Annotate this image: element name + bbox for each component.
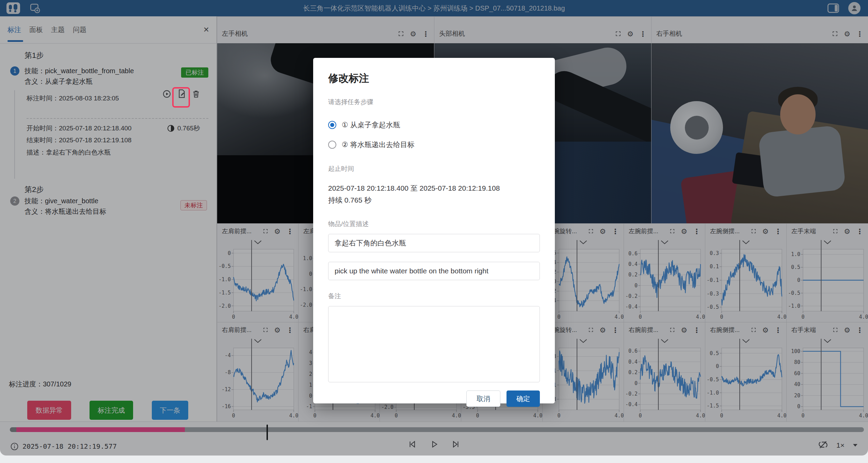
fullscreen-icon[interactable] — [751, 327, 756, 333]
playback-speed[interactable]: 1× — [836, 441, 845, 449]
kebab-menu-icon[interactable]: ⋮ — [422, 30, 429, 37]
gear-icon[interactable]: ⚙ — [410, 30, 416, 37]
task-step-option-1[interactable]: ① 从桌子拿起水瓶 — [328, 120, 540, 130]
chart-plot[interactable]: 0.50-0.5-1.0-1.504.0 — [705, 337, 786, 421]
gear-icon[interactable]: ⚙ — [599, 326, 606, 334]
chart-plot[interactable]: 0.60.40.20-0.2-0.404.0 — [624, 239, 705, 322]
chevron-down-icon[interactable] — [824, 339, 831, 342]
timeline-track[interactable] — [10, 427, 864, 432]
task-step-option-2[interactable]: ② 将水瓶递出去给目标 — [328, 140, 540, 149]
kebab-menu-icon[interactable]: ⋮ — [286, 326, 293, 334]
fullscreen-icon[interactable] — [751, 228, 756, 234]
camera-panel-2: 右手相机⚙⋮ — [651, 16, 868, 223]
y-tick-label: 0.3 — [710, 250, 719, 256]
gear-icon[interactable]: ⚙ — [681, 326, 687, 334]
gear-icon[interactable]: ⚙ — [681, 228, 687, 235]
chart-plot[interactable]: 1.00.50-0.5-1.004.0 — [787, 239, 868, 322]
tab-annotation[interactable]: 标注 — [7, 16, 21, 43]
speed-dropdown-caret-icon[interactable] — [853, 442, 858, 448]
layout-toggle-icon[interactable] — [827, 3, 839, 13]
fullscreen-icon[interactable] — [833, 228, 838, 234]
chevron-down-icon[interactable] — [580, 241, 587, 244]
kebab-menu-icon[interactable]: ⋮ — [693, 228, 700, 235]
chevron-down-icon[interactable] — [743, 339, 750, 342]
kebab-menu-icon[interactable]: ⋮ — [639, 30, 646, 37]
step2-skill-value: give_water_bottle — [45, 197, 98, 205]
annotation-complete-button[interactable]: 标注完成 — [90, 401, 133, 420]
chevron-down-icon[interactable] — [661, 339, 668, 342]
delete-annotation-icon[interactable] — [191, 89, 201, 99]
close-sidebar-icon[interactable]: × — [204, 25, 209, 35]
fullscreen-icon[interactable] — [670, 327, 675, 333]
kebab-menu-icon[interactable]: ⋮ — [774, 326, 782, 334]
chevron-down-icon[interactable] — [824, 241, 831, 244]
confirm-button[interactable]: 确定 — [507, 390, 540, 407]
chevron-down-icon[interactable] — [661, 241, 668, 244]
app-logo-icon[interactable] — [6, 2, 20, 14]
cancel-button[interactable]: 取消 — [466, 390, 500, 407]
data-abnormal-button[interactable]: 数据异常 — [27, 401, 71, 420]
next-item-button[interactable]: 下一条 — [152, 401, 188, 420]
y-tick-label: 3 — [309, 360, 312, 366]
replay-segment-icon[interactable] — [162, 89, 172, 99]
kebab-menu-icon[interactable]: ⋮ — [612, 228, 619, 235]
fullscreen-icon[interactable] — [833, 327, 838, 333]
step1-duration: 0.765秒 — [177, 123, 200, 133]
kebab-menu-icon[interactable]: ⋮ — [612, 326, 619, 334]
step1-desc-value: 拿起右下角的白色水瓶 — [46, 149, 111, 156]
kebab-menu-icon[interactable]: ⋮ — [856, 228, 863, 235]
seek-forward-button[interactable] — [451, 440, 461, 450]
action-highlight-box — [172, 87, 190, 108]
chevron-down-icon[interactable] — [255, 241, 261, 244]
gear-icon[interactable]: ⚙ — [844, 326, 850, 334]
gear-icon[interactable]: ⚙ — [844, 30, 850, 37]
fullscreen-icon[interactable] — [263, 228, 268, 234]
note-textarea[interactable] — [328, 306, 540, 382]
gear-icon[interactable]: ⚙ — [762, 228, 769, 235]
desc-cn-input[interactable] — [328, 234, 540, 252]
fullscreen-icon[interactable] — [615, 31, 621, 37]
kebab-menu-icon[interactable]: ⋮ — [693, 326, 700, 334]
x-tick-label: 0 — [720, 413, 723, 419]
chart-plot[interactable]: 0.30.1-0.1-0.3-0.504.0 — [705, 239, 786, 322]
tab-panels[interactable]: 面板 — [29, 16, 43, 43]
fullscreen-icon[interactable] — [832, 31, 838, 37]
kebab-menu-icon[interactable]: ⋮ — [774, 228, 782, 235]
kebab-menu-icon[interactable]: ⋮ — [856, 30, 863, 37]
fullscreen-icon[interactable] — [398, 31, 404, 37]
chart-plot[interactable]: 0.60.40.20-0.2-0.404.0 — [624, 337, 705, 421]
gear-icon[interactable]: ⚙ — [599, 228, 606, 235]
radio-unselected-icon[interactable] — [328, 141, 336, 149]
desc-en-input[interactable] — [328, 262, 540, 280]
play-button[interactable] — [429, 440, 439, 450]
tab-issues[interactable]: 问题 — [73, 16, 86, 43]
gear-icon[interactable]: ⚙ — [274, 326, 280, 334]
fullscreen-icon[interactable] — [588, 327, 594, 333]
chart-plot[interactable]: 0-0.5-1.0-1.5-2.004.0 — [217, 239, 298, 322]
fullscreen-icon[interactable] — [588, 228, 594, 234]
gear-icon[interactable]: ⚙ — [627, 30, 633, 37]
y-tick-label: 0 — [309, 271, 312, 277]
fullscreen-icon[interactable] — [263, 327, 268, 333]
gear-icon[interactable]: ⚙ — [762, 326, 769, 334]
timeline-playhead[interactable] — [267, 425, 268, 440]
fullscreen-icon[interactable] — [670, 228, 675, 234]
breadcrumb[interactable]: 长三角一体化示范区智能机器人训练中心 > 苏州训练场 > DSP_07...50… — [303, 4, 565, 13]
kebab-menu-icon[interactable]: ⋮ — [286, 228, 293, 235]
chart-plot[interactable]: -4-8-12-1604.0 — [217, 337, 298, 421]
loop-off-icon[interactable] — [818, 440, 828, 451]
seek-backward-button[interactable] — [407, 440, 417, 450]
add-panel-icon[interactable] — [29, 3, 41, 14]
gear-icon[interactable]: ⚙ — [274, 228, 280, 235]
chart-plot[interactable]: 10080604020004.0 — [787, 337, 868, 421]
gear-icon[interactable]: ⚙ — [844, 228, 850, 235]
chevron-down-icon[interactable] — [580, 339, 587, 342]
user-avatar[interactable] — [848, 2, 861, 14]
radio-selected-icon[interactable] — [328, 121, 336, 129]
chevron-down-icon[interactable] — [743, 241, 750, 244]
y-tick-label: 0 — [309, 393, 312, 399]
progress-value: 307/1029 — [43, 380, 71, 388]
chevron-down-icon[interactable] — [255, 339, 261, 342]
kebab-menu-icon[interactable]: ⋮ — [856, 326, 863, 334]
tab-topics[interactable]: 主题 — [51, 16, 65, 43]
